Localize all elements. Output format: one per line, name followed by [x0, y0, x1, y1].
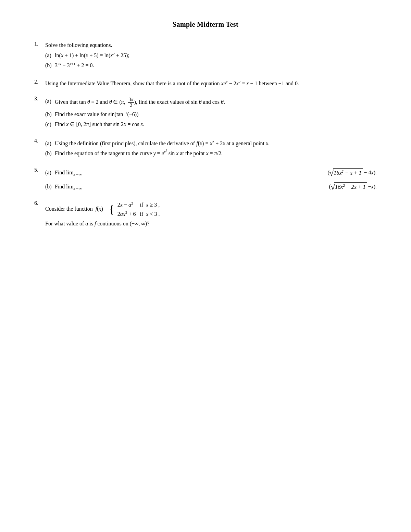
problem-2: 2. Using the Intermediate Value Theorem,…: [34, 79, 377, 88]
problem-1b: (b) 32x − 3x+1 + 2 = 0.: [45, 61, 377, 70]
problem-1: 1. Solve the following equations. (a) ln…: [34, 41, 377, 71]
problem-3c-content: Find x ∈ [0, 2π] such that sin 2x = cos …: [55, 120, 377, 129]
problem-5b-content: Find limx→∞: [55, 182, 329, 191]
problem-3-sublist: (a) Given that tan θ = 2 and θ ∈ (π, 3π2…: [45, 97, 377, 129]
problem-5-content: (a) Find limx→∞( √ 16x2 − x + 1 − 4x). (…: [45, 167, 377, 193]
problem-3-number: 3.: [34, 96, 45, 130]
problem-4: 4. (a) Using the definition (first princ…: [34, 138, 377, 159]
piecewise-case-2: 2ax2 + 6 if x < 3 .: [117, 209, 160, 219]
problem-5: 5. (a) Find limx→∞( √ 16x2 − x + 1 − 4x)…: [34, 167, 377, 193]
problem-6-followup: For what value of a is f continuous on (…: [45, 221, 149, 226]
problem-3a: (a) Given that tan θ = 2 and θ ∈ (π, 3π2…: [45, 97, 377, 109]
problem-1-number: 1.: [34, 41, 45, 71]
problem-5a-content: Find limx→∞: [55, 168, 328, 177]
page-container: Sample Midterm Test 1. Solve the followi…: [34, 21, 377, 228]
problem-2-content: Using the Intermediate Value Theorem, sh…: [45, 79, 377, 88]
problem-1b-label: (b): [45, 61, 55, 70]
problem-1a: (a) ln(x + 1) + ln(x + 5) = ln(x2 + 25);: [45, 51, 377, 60]
problem-3c: (c) Find x ∈ [0, 2π] such that sin 2x = …: [45, 120, 377, 129]
problem-list: 1. Solve the following equations. (a) ln…: [34, 41, 377, 228]
problem-5-number: 5.: [34, 167, 45, 193]
piecewise-case-1: 2x − a2 if x ≥ 3 ,: [117, 200, 160, 209]
problem-4-content: (a) Using the definition (first principl…: [45, 138, 377, 159]
piecewise-brace: {: [109, 203, 115, 215]
problem-3-content: (a) Given that tan θ = 2 and θ ∈ (π, 3π2…: [45, 96, 377, 130]
problem-5a: (a) Find limx→∞( √ 16x2 − x + 1 − 4x).: [45, 168, 377, 177]
problem-5b: (b) Find limx→∞( √ 16x2 − 2x + 1 − x).: [45, 182, 377, 191]
problem-3a-label: (a): [45, 97, 55, 109]
problem-1-text: Solve the following equations.: [45, 42, 112, 48]
problem-1b-content: 32x − 3x+1 + 2 = 0.: [55, 61, 377, 70]
problem-1-content: Solve the following equations. (a) ln(x …: [45, 41, 377, 71]
problem-3: 3. (a) Given that tan θ = 2 and θ ∈ (π, …: [34, 96, 377, 130]
problem-6-content: Consider the function f(x) = { 2x − a2 i…: [45, 200, 377, 228]
sqrt-content-5a: 16x2 − x + 1: [333, 168, 362, 177]
problem-3c-label: (c): [45, 120, 55, 129]
problem-2-number: 2.: [34, 79, 45, 88]
problem-3b: (b) Find the exact value for sin(tan−1(−…: [45, 110, 377, 119]
problem-5b-label: (b): [45, 182, 55, 191]
problem-4-number: 4.: [34, 138, 45, 159]
problem-4b-label: (b): [45, 149, 55, 158]
piecewise-function: { 2x − a2 if x ≥ 3 , 2ax2 + 6 if x < 3 .: [109, 200, 160, 219]
problem-6-number: 6.: [34, 200, 45, 228]
problem-4b-content: Find the equation of the tangent to the …: [55, 149, 377, 158]
problem-1-sublist: (a) ln(x + 1) + ln(x + 5) = ln(x2 + 25);…: [45, 51, 377, 70]
page-title: Sample Midterm Test: [34, 21, 377, 28]
problem-5a-label: (a): [45, 168, 55, 177]
problem-5-sublist: (a) Find limx→∞( √ 16x2 − x + 1 − 4x). (…: [45, 168, 377, 191]
problem-4b: (b) Find the equation of the tangent to …: [45, 149, 377, 158]
sqrt-content-5b: 16x2 − 2x + 1: [334, 182, 366, 191]
problem-1a-label: (a): [45, 51, 55, 60]
problem-3a-content: Given that tan θ = 2 and θ ∈ (π, 3π2), f…: [55, 97, 377, 109]
problem-4-sublist: (a) Using the definition (first principl…: [45, 139, 377, 158]
problem-3b-label: (b): [45, 110, 55, 119]
problem-4a-label: (a): [45, 139, 55, 148]
problem-1a-content: ln(x + 1) + ln(x + 5) = ln(x2 + 25);: [55, 51, 377, 60]
piecewise-cases: 2x − a2 if x ≥ 3 , 2ax2 + 6 if x < 3 .: [117, 200, 160, 219]
problem-3b-content: Find the exact value for sin(tan−1(−6)): [55, 110, 377, 119]
problem-4a-content: Using the definition (first principles),…: [55, 139, 377, 148]
problem-4a: (a) Using the definition (first principl…: [45, 139, 377, 148]
problem-6: 6. Consider the function f(x) = { 2x − a…: [34, 200, 377, 228]
